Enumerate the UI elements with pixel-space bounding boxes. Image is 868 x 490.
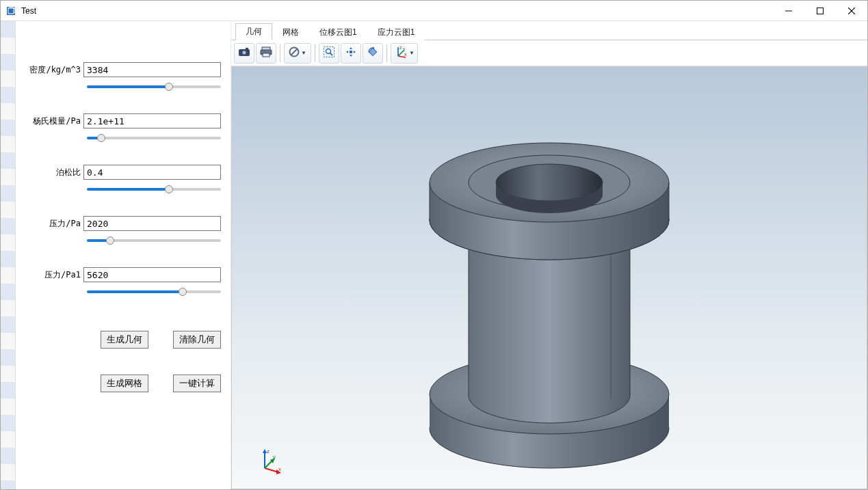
svg-point-6 (242, 51, 246, 55)
svg-text:y: y (273, 454, 276, 460)
view-tabs: 几何网格位移云图1应力云图1 (231, 24, 867, 40)
svg-rect-2 (817, 8, 824, 14)
generate-mesh-button[interactable]: 生成网格 (101, 375, 148, 392)
axis-triad: z x y (258, 448, 285, 475)
left-dock-strip (1, 21, 16, 489)
param-slider[interactable] (87, 184, 221, 195)
param-input[interactable] (83, 165, 221, 180)
param-input[interactable] (83, 62, 221, 77)
svg-rect-16 (350, 51, 352, 53)
param-row: 压力/Pa (25, 216, 221, 248)
one-click-calc-button[interactable]: 一键计算 (173, 375, 221, 392)
param-row: 杨氏模量/Pa (25, 113, 221, 146)
param-label: 压力/Pa1 (25, 269, 83, 281)
app-icon (5, 5, 17, 17)
pan-icon (345, 46, 357, 60)
axis-button[interactable]: zxy▼ (391, 43, 418, 64)
titlebar: Test (1, 1, 867, 21)
view-tab[interactable]: 网格 (272, 24, 309, 40)
svg-line-12 (291, 49, 298, 55)
print-button[interactable] (256, 43, 276, 64)
axis-icon: zxy (394, 45, 408, 61)
svg-rect-13 (324, 47, 334, 57)
view-toolbar: ▼zxy▼ (231, 40, 867, 66)
param-label: 密度/kg/m^3 (25, 64, 83, 76)
svg-text:z: z (267, 448, 269, 454)
parameter-panel: 密度/kg/m^3 杨氏模量/Pa 泊松比 压力/Pa 压力/Pa1 (16, 21, 231, 489)
chevron-down-icon: ▼ (409, 50, 415, 56)
toolbar-separator (315, 44, 315, 62)
rotate-icon (367, 46, 379, 60)
right-panel: 几何网格位移云图1应力云图1 ▼zxy▼ (231, 21, 867, 489)
minimize-button[interactable] (773, 1, 804, 21)
param-input[interactable] (83, 216, 221, 231)
param-slider[interactable] (87, 286, 221, 297)
svg-marker-18 (373, 46, 375, 49)
viewport-3d[interactable]: z x y (231, 66, 867, 489)
param-row: 密度/kg/m^3 (25, 62, 221, 94)
param-row: 泊松比 (25, 165, 221, 197)
geometry-render (406, 87, 693, 469)
camera-icon (238, 46, 250, 59)
toolbar-separator (386, 44, 387, 62)
param-slider[interactable] (87, 235, 221, 246)
param-label: 压力/Pa (25, 218, 83, 230)
svg-line-15 (330, 53, 333, 56)
zoom-box-icon (323, 46, 335, 60)
window-title: Test (21, 6, 36, 16)
svg-text:z: z (399, 45, 402, 50)
rotate-button[interactable] (363, 43, 383, 64)
no-entry-icon (289, 46, 300, 59)
app-window: Test 密度/kg/m^3 杨氏模量 (0, 0, 868, 490)
param-label: 杨氏模量/Pa (25, 115, 83, 127)
clear-geometry-button[interactable]: 清除几何 (173, 331, 221, 349)
svg-rect-7 (246, 48, 248, 50)
param-input[interactable] (83, 113, 221, 128)
view-tab[interactable]: 位移云图1 (309, 24, 367, 40)
svg-rect-10 (263, 53, 269, 57)
svg-text:x: x (278, 466, 281, 472)
param-label: 泊松比 (25, 167, 83, 178)
pan-button[interactable] (341, 43, 361, 64)
generate-geometry-button[interactable]: 生成几何 (101, 331, 148, 349)
chevron-down-icon: ▼ (301, 50, 306, 56)
maximize-button[interactable] (804, 1, 836, 21)
camera-button[interactable] (234, 43, 254, 64)
param-slider[interactable] (87, 133, 221, 144)
zoom-box-button[interactable] (319, 43, 339, 64)
svg-text:x: x (404, 52, 407, 57)
svg-point-38 (496, 164, 603, 201)
view-tab[interactable]: 几何 (235, 23, 272, 40)
view-tab[interactable]: 应力云图1 (367, 24, 425, 40)
print-icon (260, 46, 272, 59)
svg-line-23 (398, 51, 404, 56)
window-controls (773, 1, 867, 21)
param-row: 压力/Pa1 (25, 267, 221, 299)
close-button[interactable] (836, 1, 867, 21)
param-slider[interactable] (87, 81, 221, 92)
svg-text:y: y (403, 46, 406, 52)
toolbar-separator (280, 44, 280, 62)
param-input[interactable] (83, 267, 221, 282)
svg-point-14 (326, 49, 331, 54)
no-entry-button[interactable]: ▼ (284, 43, 311, 64)
action-buttons: 生成几何 清除几何 生成网格 一键计算 (25, 331, 221, 392)
